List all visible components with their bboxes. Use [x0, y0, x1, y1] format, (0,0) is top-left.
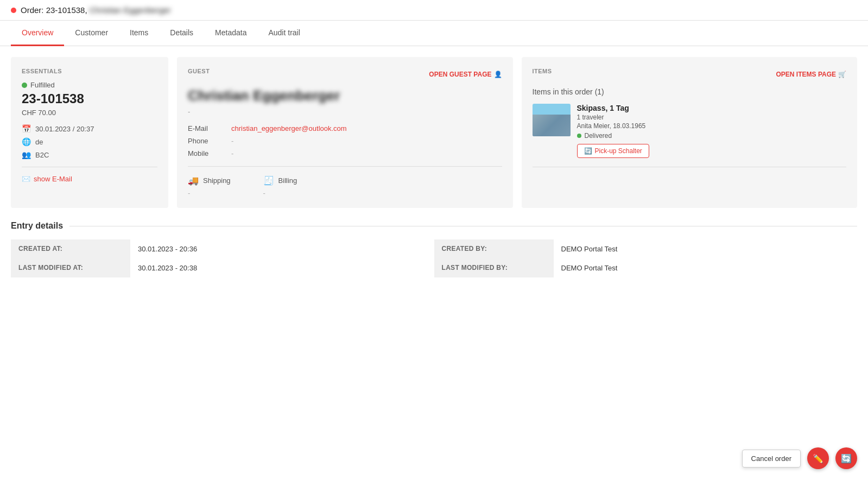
created-at-label: CREATED AT:: [11, 239, 130, 258]
mobile-label: Mobile: [188, 149, 220, 157]
entry-details-grid: CREATED AT: 30.01.2023 - 20:36 CREATED B…: [11, 239, 857, 277]
order-title-blurred: Christian Eggenberger: [90, 5, 171, 15]
tab-customer[interactable]: Customer: [64, 21, 119, 46]
item-status-row: Delivered: [577, 132, 847, 140]
essentials-card: ESSENTIALS Fulfilled 23-101538 CHF 70.00…: [11, 57, 168, 208]
address-divider: [188, 166, 502, 167]
guest-mobile-row: Mobile -: [188, 149, 502, 157]
order-status-dot: [11, 8, 16, 13]
open-guest-page-link[interactable]: OPEN GUEST PAGE 👤: [429, 71, 502, 78]
shipping-label: Shipping: [203, 176, 231, 185]
tab-metadata[interactable]: Metadata: [204, 21, 257, 46]
email-icon: ✉️: [22, 175, 30, 183]
order-amount: CHF 70.00: [22, 109, 157, 117]
date-value: 30.01.2023 / 20:37: [35, 125, 94, 133]
cart-icon: 🛒: [838, 71, 846, 78]
tabs-nav: Overview Customer Items Details Metadata…: [0, 21, 868, 46]
guest-email-row: E-Mail christian_eggenberger@outlook.com: [188, 124, 502, 132]
items-section-label: ITEMS: [533, 68, 552, 74]
phone-value: -: [231, 137, 233, 145]
essentials-label: ESSENTIALS: [22, 68, 157, 74]
email-value[interactable]: christian_eggenberger@outlook.com: [231, 124, 347, 132]
created-by-label: CREATED BY:: [434, 239, 554, 258]
order-title: Order: 23-101538, Christian Eggenberger: [21, 5, 171, 15]
item-traveler: 1 traveler: [577, 113, 847, 121]
user-icon: 👤: [494, 71, 502, 78]
last-modified-at-value: 30.01.2023 - 20:38: [130, 258, 434, 277]
pickup-icon: 🔄: [584, 147, 592, 155]
guest-card: GUEST OPEN GUEST PAGE 👤 Christian Eggenb…: [177, 57, 513, 208]
guest-phone-row: Phone -: [188, 137, 502, 145]
open-guest-page-label: OPEN GUEST PAGE: [429, 71, 491, 78]
guest-header: GUEST OPEN GUEST PAGE 👤: [188, 68, 502, 81]
shipping-label-row: 🚚 Shipping: [188, 175, 231, 186]
open-items-page-link[interactable]: OPEN ITEMS PAGE 🛒: [776, 71, 846, 78]
fulfilled-dot: [22, 83, 27, 88]
shipping-section: 🚚 Shipping -: [188, 175, 231, 197]
guest-section-label: GUEST: [188, 68, 210, 74]
invoice-icon: 🧾: [263, 175, 274, 186]
item-details: Skipass, 1 Tag 1 traveler Anita Meier, 1…: [577, 104, 847, 158]
language-icon: 🌐: [22, 137, 31, 146]
item-person: Anita Meier, 18.03.1965: [577, 122, 847, 130]
tab-details[interactable]: Details: [159, 21, 204, 46]
calendar-icon: 📅: [22, 124, 31, 133]
show-email-label: show E-Mail: [34, 175, 72, 183]
date-row: 📅 30.01.2023 / 20:37: [22, 124, 157, 133]
created-at-value: 30.01.2023 - 20:36: [130, 239, 434, 258]
mobile-value: -: [231, 149, 233, 157]
customer-type-value: B2C: [35, 151, 49, 159]
pickup-label: Pick-up Schalter: [595, 147, 642, 155]
entry-details-title: Entry details: [11, 221, 857, 231]
truck-icon: 🚚: [188, 175, 199, 186]
shipping-value: -: [188, 189, 231, 197]
item-image: [533, 104, 571, 136]
show-email-link[interactable]: ✉️ show E-Mail: [22, 175, 157, 183]
customer-type-row: 👥 B2C: [22, 150, 157, 159]
cards-row: ESSENTIALS Fulfilled 23-101538 CHF 70.00…: [11, 57, 857, 208]
item-name: Skipass, 1 Tag: [577, 104, 847, 112]
last-modified-by-value: DEMO Portal Test: [554, 258, 858, 277]
language-row: 🌐 de: [22, 137, 157, 146]
pickup-button[interactable]: 🔄 Pick-up Schalter: [577, 144, 649, 158]
guest-name: Christian Eggenberger: [188, 87, 340, 104]
order-number: 23-101538: [22, 91, 157, 106]
items-divider: [533, 167, 847, 167]
item-status-text: Delivered: [585, 132, 612, 140]
last-modified-at-label: LAST MODIFIED AT:: [11, 258, 130, 277]
status-row: Fulfilled: [22, 81, 157, 89]
essentials-divider: [22, 167, 157, 167]
language-value: de: [35, 138, 43, 146]
items-card: ITEMS OPEN ITEMS PAGE 🛒 Items in this or…: [522, 57, 858, 208]
tab-overview[interactable]: Overview: [11, 21, 64, 46]
billing-label: Billing: [278, 176, 297, 185]
tab-items[interactable]: Items: [119, 21, 159, 46]
customer-type-icon: 👥: [22, 150, 31, 159]
main-content: ESSENTIALS Fulfilled 23-101538 CHF 70.00…: [0, 46, 868, 301]
top-bar: Order: 23-101538, Christian Eggenberger: [0, 0, 868, 21]
created-by-value: DEMO Portal Test: [554, 239, 858, 258]
email-label: E-Mail: [188, 124, 220, 132]
billing-label-row: 🧾 Billing: [263, 175, 297, 186]
address-row: 🚚 Shipping - 🧾 Billing -: [188, 175, 502, 197]
guest-subtitle: -: [188, 108, 502, 116]
phone-label: Phone: [188, 137, 220, 145]
items-header: ITEMS OPEN ITEMS PAGE 🛒: [533, 68, 847, 81]
item-status-dot: [577, 134, 581, 138]
last-modified-by-label: LAST MODIFIED BY:: [434, 258, 554, 277]
billing-section: 🧾 Billing -: [263, 175, 297, 197]
items-count: Items in this order (1): [533, 87, 847, 96]
status-text: Fulfilled: [30, 81, 55, 89]
item-row: Skipass, 1 Tag 1 traveler Anita Meier, 1…: [533, 104, 847, 158]
tab-audit-trail[interactable]: Audit trail: [257, 21, 311, 46]
billing-value: -: [263, 189, 297, 197]
open-items-page-label: OPEN ITEMS PAGE: [776, 71, 836, 78]
